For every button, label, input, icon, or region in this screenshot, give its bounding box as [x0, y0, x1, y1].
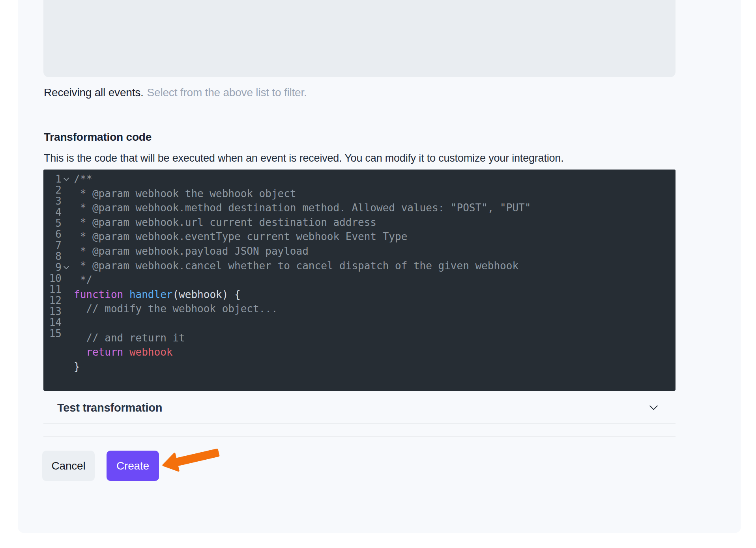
line-number: 15: [43, 328, 62, 339]
line-number: 5: [43, 218, 62, 229]
line-number: 1: [43, 173, 62, 185]
chevron-down-icon[interactable]: [649, 402, 658, 410]
code-line: * @param webhook.cancel whether to cance…: [74, 259, 676, 273]
line-number: 12: [43, 295, 62, 306]
cancel-button[interactable]: Cancel: [42, 451, 95, 481]
line-number: 9: [43, 262, 62, 273]
line-number: 4: [43, 207, 62, 218]
code-line: // modify the webhook object...: [74, 302, 676, 316]
code-line: * @param webhook.eventType current webho…: [74, 229, 676, 244]
events-list-panel[interactable]: [43, 0, 676, 77]
code-line: * @param webhook the webhook object: [74, 186, 676, 201]
code-line: function handler(webhook) {: [74, 287, 676, 302]
code-line: // and return it: [74, 331, 676, 345]
code-line: [74, 316, 676, 331]
divider: [43, 436, 676, 437]
line-number: 8: [43, 251, 62, 262]
code-line: /**: [74, 172, 676, 186]
editor-code-area[interactable]: /** * @param webhook the webhook object …: [72, 170, 676, 391]
create-button[interactable]: Create: [107, 451, 159, 481]
line-number: 11: [43, 284, 62, 295]
test-transformation-toggle[interactable]: Test transformation: [43, 394, 676, 423]
fold-chevron-icon[interactable]: [64, 264, 69, 269]
receiving-all-events-text: Receiving all events.: [44, 86, 144, 99]
line-number: 6: [43, 229, 62, 240]
code-line: * @param webhook.payload JSON payload: [74, 244, 676, 259]
transformation-code-title: Transformation code: [44, 131, 152, 144]
events-summary-note: Receiving all events.Select from the abo…: [44, 86, 307, 99]
line-number: 7: [43, 240, 62, 251]
line-number: 10: [43, 273, 62, 284]
line-number: 2: [43, 185, 62, 196]
code-line: */: [74, 273, 676, 287]
editor-gutter: 123456789101112131415: [43, 170, 72, 391]
code-editor[interactable]: 123456789101112131415 /** * @param webho…: [43, 170, 676, 391]
code-line: }: [74, 360, 676, 374]
code-line: return webhook: [74, 345, 676, 360]
code-line: * @param webhook.method destination meth…: [74, 201, 676, 215]
page: Receiving all events.Select from the abo…: [0, 0, 756, 548]
transformation-code-description: This is the code that will be executed w…: [44, 152, 563, 164]
line-number: 13: [43, 306, 62, 317]
fold-chevron-icon[interactable]: [64, 175, 69, 181]
filter-hint-text: Select from the above list to filter.: [147, 86, 307, 99]
line-number: 14: [43, 317, 62, 328]
divider: [43, 423, 676, 424]
code-line: * @param webhook.url current destination…: [74, 215, 676, 230]
annotation-arrow-icon: [161, 449, 221, 475]
test-transformation-label: Test transformation: [57, 401, 162, 414]
line-number: 3: [43, 196, 62, 207]
